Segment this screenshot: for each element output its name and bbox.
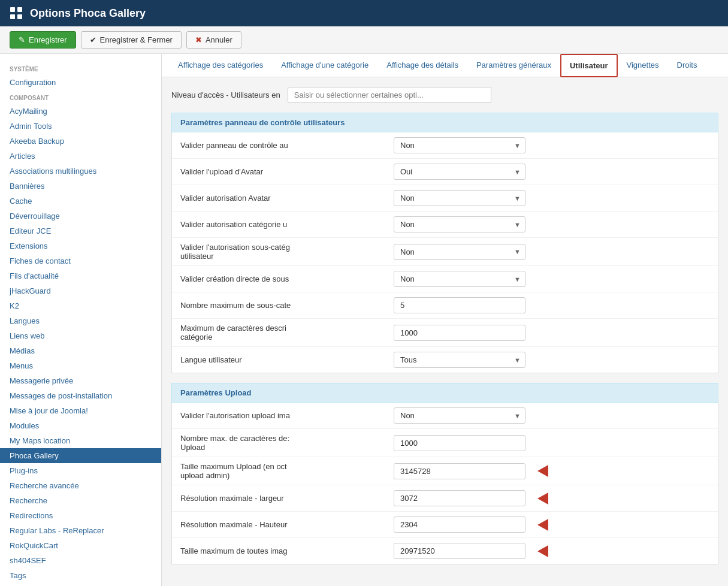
control-resolution-max-hauteur — [394, 516, 548, 533]
sidebar-item-phoca-gallery[interactable]: Phoca Gallery — [0, 448, 161, 463]
sidebar-item-redirections[interactable]: Redirections — [0, 508, 161, 523]
control-valider-autorisation-avatar: NonOui ▼ — [394, 190, 525, 206]
sidebar-item-medias[interactable]: Médias — [0, 343, 161, 358]
label-valider-autorisation-avatar: Valider autorisation Avatar — [180, 194, 384, 203]
control-valider-upload-avatar: OuiNon ▼ — [394, 164, 525, 180]
sidebar-item-bannieres[interactable]: Bannières — [0, 179, 161, 194]
select-valider-autorisation-sous-categorie[interactable]: NonOui — [394, 244, 525, 260]
select-valider-upload-avatar[interactable]: OuiNon — [394, 164, 525, 180]
control-taille-max-toutes-images — [394, 543, 548, 559]
sidebar-item-k2[interactable]: K2 — [0, 298, 161, 313]
label-resolution-max-largeur: Résolution maximale - largeur — [180, 494, 384, 503]
form-row-valider-autorisation-upload: Valider l'autorisation upload ima NonOui… — [172, 403, 718, 429]
form-row-valider-upload-avatar: Valider l'upload d'Avatar OuiNon ▼ — [172, 159, 718, 185]
form-row-valider-autorisation-avatar: Valider autorisation Avatar NonOui ▼ — [172, 185, 718, 212]
access-level-input[interactable] — [288, 87, 491, 103]
toolbar: ✎ Enregistrer ✔ Enregistrer & Fermer ✖ A… — [0, 26, 728, 54]
label-valider-autorisation-categorie: Valider autorisation catégorie u — [180, 220, 384, 229]
control-valider-autorisation-sous-categorie: NonOui ▼ — [394, 244, 525, 260]
sidebar-item-akeeba-backup[interactable]: Akeeba Backup — [0, 134, 161, 149]
sidebar-item-messagerie-privee[interactable]: Messagerie privée — [0, 373, 161, 388]
label-valider-autorisation-sous-categorie: Valider l'autorisation sous-catégutilisa… — [180, 243, 384, 261]
sidebar-item-extensions[interactable]: Extensions — [0, 238, 161, 253]
sidebar-item-sh404sef[interactable]: sh404SEF — [0, 553, 161, 568]
sidebar-item-recherche[interactable]: Recherche — [0, 493, 161, 508]
sidebar-item-fils-actualite[interactable]: Fils d'actualité — [0, 268, 161, 283]
control-valider-autorisation-upload: NonOui ▼ — [394, 407, 525, 424]
tab-affichage-details[interactable]: Affichage des détails — [377, 54, 467, 77]
save-close-button[interactable]: ✔ Enregistrer & Fermer — [81, 31, 182, 49]
sidebar: SYSTÈME Configuration COMPOSANT AcyMaili… — [0, 54, 162, 586]
input-max-caracteres-descri[interactable] — [394, 325, 525, 341]
form-row-nombre-max-caracteres-upload: Nombre max. de caractères de:Upload — [172, 429, 718, 457]
save-button[interactable]: ✎ Enregistrer — [10, 31, 76, 49]
sidebar-item-admin-tools[interactable]: Admin Tools — [0, 119, 161, 134]
select-valider-autorisation-categorie[interactable]: NonOui — [394, 216, 525, 232]
arrow-indicator-resolution-max-largeur — [537, 493, 548, 505]
select-valider-autorisation-upload[interactable]: NonOui — [394, 407, 525, 424]
label-nombre-max-caracteres-upload: Nombre max. de caractères de:Upload — [180, 434, 384, 452]
sidebar-item-menus[interactable]: Menus — [0, 358, 161, 373]
sidebar-item-modules[interactable]: Modules — [0, 418, 161, 433]
label-valider-creation-directe: Valider création directe de sous — [180, 274, 384, 283]
sidebar-item-messages-post-installation[interactable]: Messages de post-installation — [0, 388, 161, 403]
sidebar-item-articles[interactable]: Articles — [0, 149, 161, 164]
section-panneau-body: Valider panneau de contrôle au NonOui ▼ … — [171, 132, 718, 373]
sidebar-item-configuration[interactable]: Configuration — [0, 75, 161, 90]
access-level-row: Niveau d'accès - Utilisateurs en — [171, 87, 718, 103]
tab-utilisateur[interactable]: Utilisateur — [560, 54, 618, 77]
sidebar-item-acymailing[interactable]: AcyMailing — [0, 104, 161, 119]
sidebar-item-liens-web[interactable]: Liens web — [0, 328, 161, 343]
sidebar-item-deverrouillage[interactable]: Déverrouillage — [0, 209, 161, 223]
sidebar-item-plug-ins[interactable]: Plug-ins — [0, 463, 161, 478]
main-content: Affichage des catégories Affichage d'une… — [162, 54, 728, 586]
sidebar-item-associations-multilingues[interactable]: Associations multilingues — [0, 164, 161, 179]
sidebar-item-rokquickcart[interactable]: RokQuickCart — [0, 538, 161, 553]
tab-droits[interactable]: Droits — [668, 54, 706, 77]
tab-parametres-generaux[interactable]: Paramètres généraux — [467, 54, 560, 77]
label-valider-autorisation-upload: Valider l'autorisation upload ima — [180, 411, 384, 420]
form-row-langue-utilisateur: Langue utilisateur Tous ▼ — [172, 347, 718, 373]
sidebar-item-mise-a-jour-joomla[interactable]: Mise à jour de Joomla! — [0, 403, 161, 418]
control-resolution-max-largeur — [394, 490, 548, 506]
label-taille-max-toutes-images: Taille maximum de toutes imag — [180, 546, 384, 555]
form-row-valider-creation-directe: Valider création directe de sous NonOui … — [172, 266, 718, 292]
label-max-caracteres-descri: Maximum de caractères descricatégorie — [180, 324, 384, 342]
form-row-valider-autorisation-sous-categorie: Valider l'autorisation sous-catégutilisa… — [172, 238, 718, 266]
cancel-icon: ✖ — [195, 35, 202, 44]
select-valider-autorisation-avatar[interactable]: NonOui — [394, 190, 525, 206]
sidebar-item-tags[interactable]: Tags — [0, 568, 161, 583]
sidebar-item-fiches-contact[interactable]: Fiches de contact — [0, 253, 161, 268]
sidebar-item-my-maps-location[interactable]: My Maps location — [0, 433, 161, 448]
tab-vignettes[interactable]: Vignettes — [618, 54, 668, 77]
select-wrap-valider-creation-directe: NonOui ▼ — [394, 271, 525, 287]
input-resolution-max-largeur[interactable] — [394, 490, 525, 506]
input-nombre-max-sous-cate[interactable] — [394, 297, 525, 313]
control-nombre-max-caracteres-upload — [394, 435, 525, 451]
tab-affichage-categorie[interactable]: Affichage d'une catégorie — [272, 54, 377, 77]
form-row-resolution-max-largeur: Résolution maximale - largeur — [172, 485, 718, 512]
cancel-button[interactable]: ✖ Annuler — [186, 31, 241, 49]
control-nombre-max-sous-cate — [394, 297, 525, 313]
sidebar-item-langues[interactable]: Langues — [0, 313, 161, 328]
input-taille-max-toutes-images[interactable] — [394, 543, 525, 559]
select-langue-utilisateur[interactable]: Tous — [394, 352, 525, 368]
section-upload-body: Valider l'autorisation upload ima NonOui… — [171, 403, 718, 564]
select-valider-panneau[interactable]: NonOui — [394, 137, 525, 153]
tab-affichage-categories[interactable]: Affichage des catégories — [169, 54, 272, 77]
select-valider-creation-directe[interactable]: NonOui — [394, 271, 525, 287]
svg-rect-3 — [17, 14, 22, 19]
select-wrap-valider-autorisation-upload: NonOui ▼ — [394, 407, 525, 424]
input-taille-max-upload[interactable] — [394, 463, 525, 479]
input-resolution-max-hauteur[interactable] — [394, 516, 525, 533]
label-nombre-max-sous-cate: Nombre maximum de sous-cate — [180, 301, 384, 310]
sidebar-item-editeur-jce[interactable]: Editeur JCE — [0, 223, 161, 238]
sidebar-item-jhackguard[interactable]: jHackGuard — [0, 283, 161, 298]
layout: SYSTÈME Configuration COMPOSANT AcyMaili… — [0, 54, 728, 586]
sidebar-item-recherche-avancee[interactable]: Recherche avancée — [0, 478, 161, 493]
sidebar-item-cache[interactable]: Cache — [0, 194, 161, 209]
input-nombre-max-caracteres-upload[interactable] — [394, 435, 525, 451]
select-wrap-valider-panneau: NonOui ▼ — [394, 137, 525, 153]
sidebar-item-regular-labs[interactable]: Regular Labs - ReReplacer — [0, 523, 161, 538]
form-row-resolution-max-hauteur: Résolution maximale - Hauteur — [172, 512, 718, 538]
